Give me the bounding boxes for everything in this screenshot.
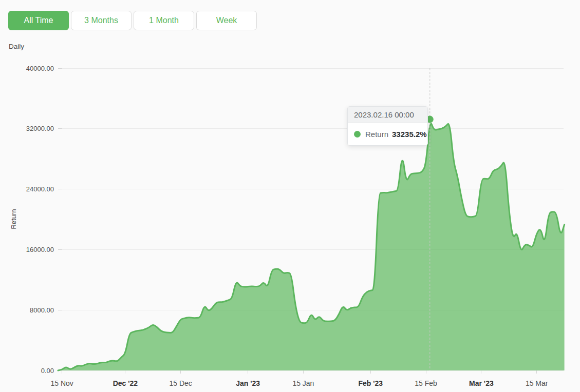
y-tick-label: 8000.00 (30, 306, 54, 314)
x-tick-label: Feb '23 (358, 379, 383, 387)
series-marker-icon (354, 131, 361, 138)
area-fill (58, 124, 565, 370)
y-tick-label: 40000.00 (26, 65, 54, 72)
return-area-chart[interactable]: 0.008000.0016000.0024000.0032000.0040000… (0, 0, 580, 392)
y-tick-label: 24000.00 (26, 185, 54, 193)
y-tick-label: 32000.00 (26, 125, 54, 132)
x-tick-label: 15 Dec (170, 379, 192, 387)
x-tick-label: Jan '23 (236, 379, 260, 387)
x-tick-label: Dec '22 (113, 379, 138, 387)
tooltip-date: 2023.02.16 00:00 (348, 107, 427, 123)
tooltip-body: Return 33235.2% (348, 123, 427, 145)
y-tick-label: 0.00 (41, 367, 54, 375)
chart-tooltip: 2023.02.16 00:00 Return 33235.2% (347, 106, 428, 146)
y-tick-label: 16000.00 (26, 246, 54, 253)
x-tick-label: Mar '23 (469, 379, 494, 387)
x-tick-label: 15 Mar (526, 379, 548, 387)
x-tick-label: 15 Feb (415, 379, 437, 387)
y-axis-title: Return (10, 209, 17, 229)
tooltip-value: 33235.2% (392, 130, 427, 139)
x-tick-label: 15 Nov (51, 379, 73, 387)
x-tick-label: 15 Jan (292, 379, 314, 387)
tooltip-series-label: Return (365, 130, 388, 139)
